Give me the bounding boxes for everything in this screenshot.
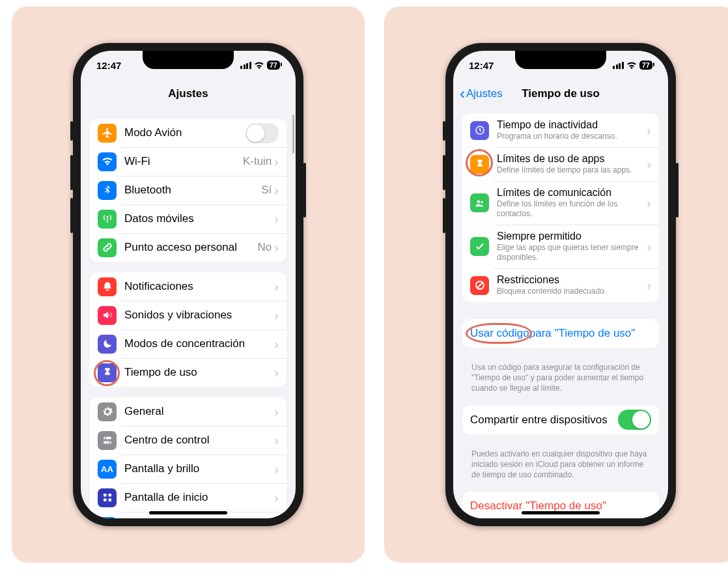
svg-point-3 [108,442,109,443]
chevron-right-icon: › [274,309,279,322]
wifi-icon [626,61,637,69]
antenna-icon [98,210,117,229]
hourglass-icon [470,155,489,174]
row-value: K-tuin [243,155,272,168]
row-label: Pantalla y brillo [124,462,274,475]
row-label: General [124,405,274,418]
chevron-right-icon: › [274,280,279,293]
row-use-passcode[interactable]: Usar código para "Tiempo de uso" [462,319,659,348]
chevron-right-icon: › [274,434,279,447]
row-label: Datos móviles [124,212,274,225]
svg-point-15 [477,200,480,203]
row-label: Modos de concentración [124,337,274,350]
row-label: Pantalla de inicio [124,491,274,504]
svg-point-2 [104,437,105,438]
row-communication[interactable]: Límites de comunicaciónDefine los límite… [462,181,659,225]
row-sub: Elige las apps que quieras tener siempre… [497,243,647,262]
row-label: Wi-Fi [124,155,243,168]
row-cellular[interactable]: Datos móviles › [90,204,287,233]
card-left: 12:47 77 Ajustes Modo Avión [12,7,365,563]
row-always-allowed[interactable]: Siempre permitidoElige las apps que quie… [462,225,659,268]
row-title: Límites de comunicación [497,187,647,199]
share-switch[interactable] [618,410,651,430]
row-focus[interactable]: Modos de concentración › [90,330,287,358]
row-label: Bluetooth [124,184,261,197]
page-title: Ajustes [168,87,208,100]
row-notifications[interactable]: Notificaciones › [90,272,287,301]
clock-pause-icon [470,121,489,140]
chevron-right-icon: › [274,491,279,504]
row-label: Punto acceso personal [124,241,258,254]
row-sounds[interactable]: Sonidos y vibraciones › [90,301,287,330]
grid-icon [98,488,117,507]
group-passcode: Usar código para "Tiempo de uso" [462,319,659,348]
home-indicator[interactable] [149,511,227,514]
passcode-link-pre: Usar código [470,327,529,340]
row-restrictions[interactable]: RestriccionesBloquea contenido inadecuad… [462,268,659,302]
chevron-right-icon: › [647,279,651,292]
row-sub: Define límites de tiempo para las apps. [497,165,647,175]
row-label: Tiempo de uso [124,366,274,379]
chevron-left-icon: ‹ [460,85,465,103]
gear-icon [98,402,117,421]
group-notifications: Notificaciones › Sonidos y vibraciones ›… [90,272,287,387]
row-value: Sí [261,184,272,197]
row-title: Restricciones [497,274,647,286]
airplane-icon [98,124,117,143]
svg-rect-7 [108,499,111,502]
row-label: Modo Avión [124,126,245,139]
scroll-indicator [292,115,294,154]
chevron-right-icon: › [274,337,279,350]
settings-list[interactable]: Modo Avión Wi-Fi K-tuin › Bluetooth Sí › [81,108,296,518]
svg-rect-4 [104,494,107,497]
row-downtime[interactable]: Tiempo de inactividadPrograma un horario… [462,113,659,147]
airplane-switch[interactable] [245,123,279,143]
speaker-icon [98,306,117,325]
row-value: No [258,241,272,254]
row-title: Tiempo de inactividad [497,119,647,131]
hourglass-icon [98,363,117,382]
back-button[interactable]: ‹ Ajustes [460,85,503,103]
group-limits: Tiempo de inactividadPrograma un horario… [462,113,659,302]
passcode-link-post: para "Tiempo de uso" [529,327,636,340]
status-time: 12:47 [469,60,494,71]
row-sub: Programa un horario de descanso. [497,132,647,141]
row-sub: Bloquea contenido inadecuado. [497,287,647,296]
svg-rect-6 [104,499,107,502]
row-hotspot[interactable]: Punto acceso personal No › [90,233,287,262]
chevron-right-icon: › [647,158,651,171]
row-wifi[interactable]: Wi-Fi K-tuin › [90,147,287,176]
chevron-right-icon: › [274,155,279,168]
wifi-icon [254,61,264,69]
row-homescreen[interactable]: Pantalla de inicio › [90,483,287,512]
row-bluetooth[interactable]: Bluetooth Sí › [90,176,287,204]
aa-icon: AA [98,460,117,479]
row-airplane[interactable]: Modo Avión [90,119,287,147]
row-title: Límites de uso de apps [497,153,647,165]
screentime-list[interactable]: Tiempo de inactividadPrograma un horario… [453,108,668,518]
row-share-devices[interactable]: Compartir entre dispositivos [462,406,659,434]
row-label: Centro de control [124,434,274,447]
share-footer: Puedes activarlo en cualquier dispositiv… [462,445,659,481]
notch [515,51,606,69]
phone-right: 12:47 77 ‹ Ajustes Tiempo de uso [445,43,676,526]
persons-icon [470,193,489,212]
row-label: Notificaciones [124,280,274,293]
moon-icon [98,335,117,354]
chevron-right-icon: › [647,197,651,210]
wifi-app-icon [98,152,117,171]
person-icon [98,517,117,519]
row-general[interactable]: General › [90,397,287,426]
svg-rect-5 [108,494,111,497]
row-app-limits[interactable]: Límites de uso de appsDefine límites de … [462,147,659,181]
cellular-icon [613,62,624,69]
phone-left: 12:47 77 Ajustes Modo Avión [73,43,303,526]
row-screentime[interactable]: Tiempo de uso › [90,358,287,387]
status-time: 12:47 [96,60,121,71]
row-display[interactable]: AA Pantalla y brillo › [90,455,287,483]
link-icon [98,238,117,257]
nav-bar: ‹ Ajustes Tiempo de uso [453,79,668,108]
home-indicator[interactable] [522,511,600,514]
chevron-right-icon: › [274,462,279,475]
row-control-center[interactable]: Centro de control › [90,426,287,455]
